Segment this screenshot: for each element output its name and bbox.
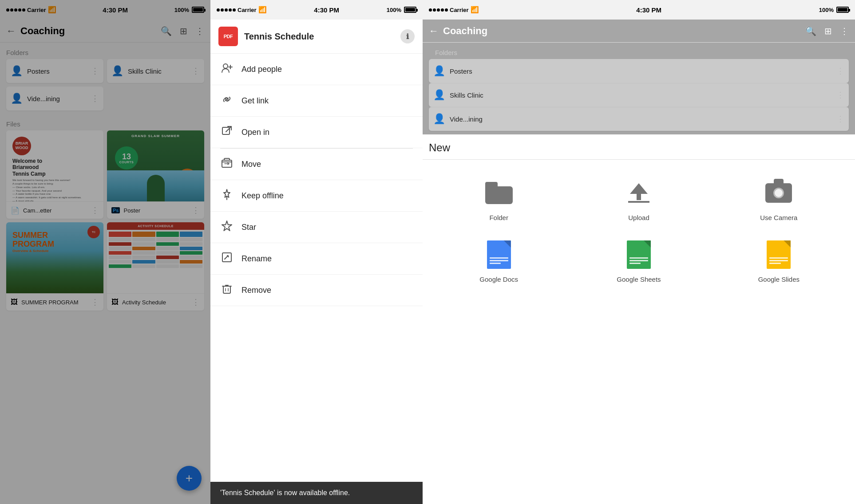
new-docs-label: Google Docs — [479, 276, 518, 283]
slides-lines — [769, 257, 788, 265]
menu-keep-offline[interactable]: Keep offline — [210, 180, 423, 212]
battery-pct-2: 100% — [387, 7, 401, 13]
time-3: 4:30 PM — [636, 6, 661, 14]
wifi-icon-2: 📶 — [258, 6, 267, 14]
ps-icon-poster: Ps — [111, 207, 120, 213]
upload-stem — [637, 194, 641, 200]
new-camera-label: Use Camera — [760, 214, 797, 221]
battery-area-2: 100% — [387, 7, 416, 13]
thumb-inner-welcome: BRIARWOOD Welcome toBriarwoodTennis Camp… — [6, 130, 103, 201]
poster-headline: GRAND SLAM SUMMER — [107, 134, 204, 138]
grid-icon-3[interactable]: ⊞ — [824, 26, 832, 36]
info-button[interactable]: ℹ — [400, 29, 415, 43]
menu-rename[interactable]: Rename — [210, 243, 423, 275]
new-camera-icon-box — [763, 177, 794, 209]
folders-grid-1: 👤 Posters ⋮ 👤 Skills Clinic ⋮ 👤 Vide...i… — [0, 59, 210, 114]
file-card-schedule[interactable]: ACTIVITY SCHEDULE 🖼 Activity Schedu — [107, 222, 204, 311]
file-more-welcome[interactable]: ⋮ — [91, 205, 99, 215]
folder-more-skills-1[interactable]: ⋮ — [192, 66, 200, 76]
new-sheets-icon-box — [623, 239, 654, 270]
menu-star[interactable]: Star — [210, 212, 423, 243]
new-folder-icon-box — [483, 177, 515, 209]
folder-more-video-1[interactable]: ⋮ — [91, 94, 99, 103]
folder-name-posters-1: Posters — [27, 67, 87, 75]
status-left-1: Carrier 📶 — [6, 6, 56, 14]
new-folder-item[interactable]: Folder — [429, 169, 569, 230]
search-icon-1[interactable]: 🔍 — [161, 26, 172, 36]
sheets-shape — [627, 240, 651, 269]
folder-more-video-3: ⋮ — [836, 114, 844, 124]
file-card-summer[interactable]: TC SUMMERPROGRAM Overview & Schedule 🖼 S… — [6, 222, 103, 311]
file-thumb-poster: GRAND SLAM SUMMER 13 COURTS 8 COACHES — [107, 130, 204, 201]
file-name-poster: Poster — [123, 207, 188, 214]
new-camera-item[interactable]: Use Camera — [709, 169, 849, 230]
folders-grid-3: 👤 Posters ⋮ 👤 Skills Clinic ⋮ 👤 Vide...i… — [429, 59, 849, 134]
nav-bar-3: ← Coaching 🔍 ⊞ ⋮ — [423, 20, 855, 43]
summer-logo: TC — [87, 226, 100, 238]
folder-skills-1[interactable]: 👤 Skills Clinic ⋮ — [107, 59, 204, 83]
summer-subtitle-text: Overview & Schedule — [12, 249, 54, 253]
file-card-welcome[interactable]: BRIARWOOD Welcome toBriarwoodTennis Camp… — [6, 130, 103, 219]
file-footer-summer: 🖼 SUMMER PROGRAM ⋮ — [6, 293, 103, 311]
add-person-icon — [220, 62, 234, 77]
carrier-label-1: Carrier — [27, 7, 46, 13]
slides-shape — [767, 240, 791, 269]
new-items-grid: Folder Upload — [423, 160, 855, 301]
menu-move[interactable]: Move — [210, 149, 423, 180]
menu-label-get-link: Get link — [241, 96, 269, 106]
menu-add-people[interactable]: Add people — [210, 54, 423, 85]
file-more-summer[interactable]: ⋮ — [91, 297, 99, 307]
file-more-sched[interactable]: ⋮ — [192, 297, 200, 307]
sched-body — [107, 230, 204, 271]
status-bar-3: Carrier 📶 4:30 PM 100% — [423, 0, 855, 20]
briarwood-logo: BRIARWOOD — [12, 137, 31, 155]
signal-dots-3 — [429, 8, 448, 12]
folder-skills-3: 👤 Skills Clinic ⋮ — [429, 83, 849, 107]
menu-remove[interactable]: Remove — [210, 275, 423, 306]
new-slides-item[interactable]: Google Slides — [709, 230, 849, 292]
file-more-poster[interactable]: ⋮ — [192, 205, 200, 215]
pin-icon — [220, 188, 234, 203]
menu-get-link[interactable]: Get link — [210, 85, 423, 117]
folder-video-1[interactable]: 👤 Vide...ining ⋮ — [6, 87, 103, 110]
menu-open-in[interactable]: Open in — [210, 117, 423, 148]
sched-header: ACTIVITY SCHEDULE — [107, 222, 204, 230]
new-upload-item[interactable]: Upload — [569, 169, 709, 230]
file-card-poster[interactable]: GRAND SLAM SUMMER 13 COURTS 8 COACHES Ps — [107, 130, 204, 219]
more-icon-1[interactable]: ⋮ — [195, 26, 204, 36]
new-sheets-item[interactable]: Google Sheets — [569, 230, 709, 292]
folders-label-1: Folders — [0, 43, 210, 59]
battery-icon-1 — [192, 7, 204, 13]
folder-posters-1[interactable]: 👤 Posters ⋮ — [6, 59, 103, 83]
new-docs-item[interactable]: Google Docs — [429, 230, 569, 292]
poster-person-silhouette — [147, 175, 165, 201]
folder-icon-posters-3: 👤 — [433, 65, 445, 77]
back-button-3[interactable]: ← — [429, 25, 439, 37]
folder-more-posters-1[interactable]: ⋮ — [91, 66, 99, 76]
file-footer-sched: 🖼 Activity Schedule ⋮ — [107, 293, 204, 311]
carrier-label-2: Carrier — [238, 7, 257, 13]
menu-label-remove: Remove — [241, 286, 271, 295]
panel-1-coaching: Carrier 📶 4:30 PM 100% ← Coaching 🔍 ⊞ ⋮ … — [0, 0, 210, 504]
menu-label-add-people: Add people — [241, 65, 282, 74]
dot2 — [10, 8, 13, 12]
search-icon-3[interactable]: 🔍 — [805, 26, 816, 36]
fab-button-1[interactable]: + — [177, 466, 202, 491]
welcome-body: We look forward to having you here this … — [12, 179, 82, 201]
folders-label-3: Folders — [429, 43, 849, 59]
link-icon — [220, 93, 234, 108]
file-footer-welcome: 📄 Cam...etter ⋮ — [6, 201, 103, 219]
menu-label-keep-offline: Keep offline — [241, 191, 284, 201]
svg-point-0 — [223, 64, 228, 68]
welcome-title: Welcome toBriarwoodTennis Camp — [12, 158, 45, 177]
new-folder-label: Folder — [489, 214, 508, 221]
folder-more-skills-3: ⋮ — [836, 90, 844, 100]
grid-icon-1[interactable]: ⊞ — [180, 26, 187, 36]
files-grid-1: BRIARWOOD Welcome toBriarwoodTennis Camp… — [0, 130, 210, 311]
battery-icon-3 — [836, 7, 849, 13]
panel-2-context: Carrier 📶 4:30 PM 100% PDF Tennis Schedu… — [210, 0, 423, 504]
image-icon-summer: 🖼 — [11, 298, 18, 306]
back-button-1[interactable]: ← — [6, 25, 16, 37]
more-icon-3[interactable]: ⋮ — [840, 26, 849, 36]
folder-icon-skills-3: 👤 — [433, 89, 445, 101]
